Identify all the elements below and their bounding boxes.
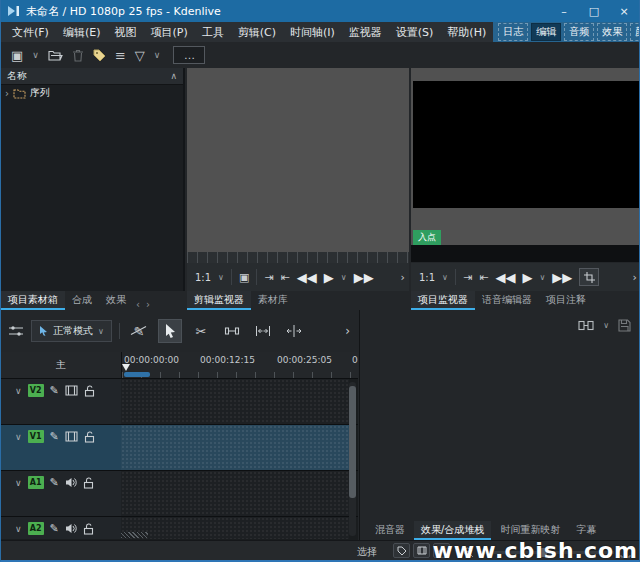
chevron-down-icon[interactable]: ∨: [15, 524, 22, 534]
close-button[interactable]: ×: [609, 0, 639, 22]
zone-out-icon[interactable]: ⇤: [479, 271, 488, 284]
name-column-label[interactable]: 名称: [7, 69, 170, 83]
chevron-down-icon[interactable]: ∨: [442, 273, 448, 282]
chevron-down-icon[interactable]: ∨: [15, 386, 22, 396]
clip-monitor-ruler[interactable]: [187, 252, 409, 263]
lock-icon[interactable]: [84, 430, 95, 443]
forward-button[interactable]: ▶▶: [552, 270, 572, 285]
speaker-icon[interactable]: [65, 476, 77, 489]
workspace-tab-effects[interactable]: 效果: [597, 23, 627, 41]
playhead-marker[interactable]: [122, 364, 130, 371]
track-badge[interactable]: V2: [28, 384, 44, 397]
menu-monitor[interactable]: 监视器: [342, 23, 389, 42]
maximize-button[interactable]: □: [579, 0, 609, 22]
rewind-button[interactable]: ◀◀: [297, 270, 317, 285]
track-header-v2[interactable]: ∨ V2 ✎: [1, 379, 121, 424]
forward-button[interactable]: ▶▶: [354, 270, 374, 285]
play-button[interactable]: ▶: [324, 270, 334, 285]
monitor-frame-icon[interactable]: ▣: [239, 271, 249, 284]
workspace-tab-logging[interactable]: 日志: [498, 23, 528, 41]
expander-icon[interactable]: ›: [5, 88, 9, 99]
tab-clip-monitor[interactable]: 剪辑监视器: [187, 291, 251, 310]
hamburger-menu-icon[interactable]: ≡: [115, 48, 126, 63]
timeline-ruler[interactable]: 00:00:00:00 00:00:12:15 00:00:25:05 00:: [121, 352, 358, 378]
chevron-down-icon[interactable]: ∨: [218, 273, 224, 282]
tag-toggle-button[interactable]: [393, 543, 410, 558]
trash-icon[interactable]: [72, 49, 84, 62]
menu-file[interactable]: 文件(F): [5, 23, 56, 42]
track-badge[interactable]: A2: [28, 522, 44, 535]
workspace-tab-editing[interactable]: 编辑: [531, 23, 561, 41]
menu-project[interactable]: 项目(P): [143, 23, 194, 42]
menu-clip[interactable]: 剪辑(C): [231, 23, 283, 42]
thumbnail-view-icon[interactable]: ▣: [11, 48, 23, 63]
chevron-down-icon[interactable]: ∨: [32, 50, 39, 60]
menu-view[interactable]: 视图: [107, 23, 143, 42]
track-lane-v2[interactable]: [121, 379, 349, 424]
chevron-down-icon[interactable]: ∨: [341, 273, 347, 282]
master-track-button[interactable]: 主: [1, 352, 121, 378]
ripple-tool[interactable]: [251, 319, 275, 343]
track-header-a1[interactable]: ∨ A1 ✎: [1, 471, 121, 516]
toolbar-overflow-icon[interactable]: ›: [345, 324, 350, 338]
no-edit-tool[interactable]: ✎: [127, 319, 151, 343]
tab-scroll-right-icon[interactable]: ›: [143, 299, 153, 310]
edit-pencil-icon[interactable]: ✎: [50, 476, 59, 489]
monitor-overflow-icon[interactable]: ›: [633, 271, 637, 284]
track-lane-a1[interactable]: [121, 471, 349, 516]
lock-icon[interactable]: [83, 476, 94, 489]
thumbnails-toggle-button[interactable]: [413, 543, 430, 558]
monitor-zoom-level[interactable]: 1:1: [419, 272, 435, 283]
chevron-down-icon[interactable]: ∨: [15, 478, 22, 488]
menu-edit[interactable]: 编辑(E): [56, 23, 108, 42]
project-monitor-viewport[interactable]: [411, 68, 640, 245]
filter-funnel-icon[interactable]: ▽: [135, 48, 145, 63]
menu-settings[interactable]: 设置(S): [389, 23, 441, 42]
zone-out-icon[interactable]: ⇤: [281, 271, 290, 284]
track-header-a2[interactable]: ∨ A2 ✎: [1, 517, 121, 539]
title-bar[interactable]: 未命名 / HD 1080p 25 fps - Kdenlive – □ ×: [1, 0, 639, 22]
edit-pencil-icon[interactable]: ✎: [50, 384, 59, 397]
track-badge[interactable]: V1: [28, 430, 44, 443]
tag-icon[interactable]: [93, 49, 106, 62]
workspace-tab-color[interactable]: 颜色: [630, 23, 640, 41]
tab-mixer[interactable]: 混音器: [368, 521, 412, 540]
edit-pencil-icon[interactable]: ✎: [50, 522, 59, 535]
film-icon[interactable]: [65, 384, 78, 397]
tab-project-monitor[interactable]: 项目监视器: [411, 291, 475, 310]
chevron-down-icon[interactable]: ∨: [15, 432, 22, 442]
project-monitor-ruler[interactable]: [411, 245, 640, 262]
speaker-icon[interactable]: [65, 522, 77, 535]
edit-pencil-icon[interactable]: ✎: [50, 430, 59, 443]
play-button[interactable]: ▶: [522, 270, 532, 285]
sort-ascending-icon[interactable]: ∧: [170, 71, 177, 81]
lock-icon[interactable]: [83, 522, 94, 535]
selection-tool[interactable]: [158, 319, 182, 343]
monitor-overflow-icon[interactable]: ›: [401, 271, 405, 284]
tab-effects[interactable]: 效果: [99, 291, 133, 310]
compare-effect-icon[interactable]: [578, 320, 594, 331]
bin-item-sequence[interactable]: › 序列: [1, 85, 183, 101]
rewind-button[interactable]: ◀◀: [495, 270, 515, 285]
save-effect-icon[interactable]: [618, 319, 631, 332]
track-config-icon[interactable]: [8, 324, 24, 338]
minimize-button[interactable]: –: [549, 0, 579, 22]
bin-column-header[interactable]: 名称 ∧: [1, 68, 183, 85]
tab-library[interactable]: 素材库: [251, 291, 295, 310]
spacer-tool[interactable]: [220, 319, 244, 343]
timeline-mode-selector[interactable]: 正常模式 ∨: [31, 320, 112, 342]
chevron-down-icon[interactable]: ∨: [154, 50, 161, 60]
razor-tool[interactable]: ✂: [189, 319, 213, 343]
slip-tool[interactable]: [282, 319, 306, 343]
track-lane-v1[interactable]: [121, 425, 349, 470]
trim-mode-button[interactable]: [579, 268, 599, 286]
tab-project-bin[interactable]: 项目素材箱: [1, 291, 65, 310]
film-icon[interactable]: [65, 430, 78, 443]
menu-tools[interactable]: 工具: [195, 23, 231, 42]
timeline-zone-bar[interactable]: [124, 372, 150, 377]
track-header-v1[interactable]: ∨ V1 ✎: [1, 425, 121, 470]
toolbar-overflow-button[interactable]: …: [173, 46, 205, 64]
lock-icon[interactable]: [84, 384, 95, 397]
tab-speech-editor[interactable]: 语音编辑器: [475, 291, 539, 310]
monitor-zoom-level[interactable]: 1:1: [195, 272, 211, 283]
